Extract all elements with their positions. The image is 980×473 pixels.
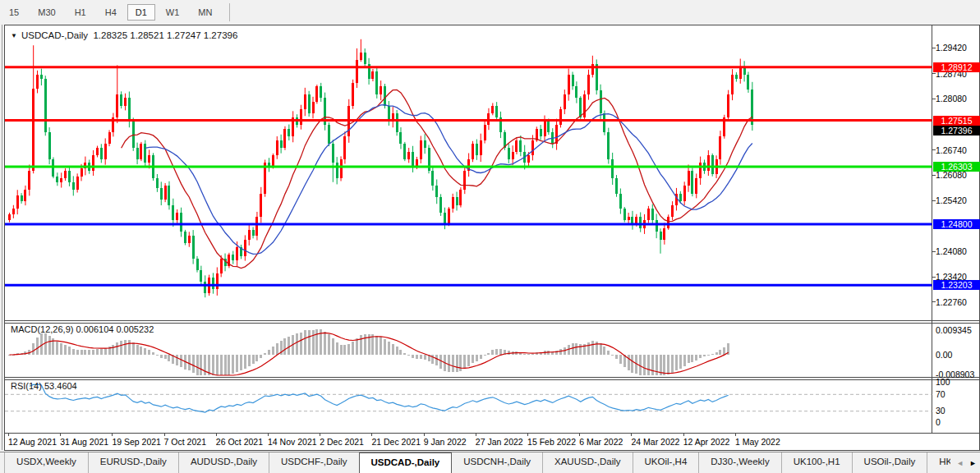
- rsi-axis-30: 30: [936, 406, 945, 416]
- price-tick-1.29420: 1.29420: [936, 43, 967, 53]
- price-tick-1.24080: 1.24080: [936, 246, 967, 256]
- tab-scroll-right-icon[interactable]: ►: [969, 459, 977, 467]
- chart-tab-dj30weekly[interactable]: DJ30-,Weekly: [698, 452, 780, 473]
- date-label-31-Aug-2021: 31 Aug 2021: [60, 437, 108, 447]
- macd-axis-0.00: 0.00: [936, 350, 952, 360]
- date-label-21-Dec-2021: 21 Dec 2021: [371, 437, 421, 447]
- price-tick-1.26740: 1.26740: [936, 145, 967, 155]
- rsi-axis-70: 70: [936, 389, 945, 399]
- macd-axis-0.009345: 0.009345: [936, 325, 972, 335]
- tab-scroll-arrows: ◄ ►: [950, 452, 980, 473]
- chart-tab-usdxweekly[interactable]: USDX,Weekly: [5, 452, 88, 473]
- price-level-badge-1.27515: 1.27515: [933, 116, 980, 126]
- date-label-1-May-2022: 1 May 2022: [735, 437, 780, 447]
- chart-tab-uk100h1[interactable]: UK100-,H1: [781, 452, 852, 473]
- date-label-14-Nov-2021: 14 Nov 2021: [268, 437, 317, 447]
- chart-tab-audusddaily[interactable]: AUDUSD-,Daily: [178, 452, 269, 473]
- date-label-2-Dec-2021: 2 Dec 2021: [320, 437, 364, 447]
- macd-label: MACD(12,26,9) 0.006104 0.005232: [11, 324, 154, 334]
- chart-symbol-label: USDCAD-,Daily: [21, 30, 88, 40]
- date-label-27-Jan-2022: 27 Jan 2022: [476, 437, 523, 447]
- chart-canvas[interactable]: [0, 0, 980, 473]
- date-label-26-Oct-2021: 26 Oct 2021: [216, 437, 263, 447]
- macd-values: 0.006104 0.005232: [76, 324, 154, 334]
- date-label-24-Mar-2022: 24 Mar 2022: [631, 437, 679, 447]
- tab-scroll-left-icon[interactable]: ◄: [956, 459, 964, 467]
- price-level-badge-1.28912: 1.28912: [933, 62, 980, 72]
- rsi-label: RSI(14) 53.4604: [11, 381, 77, 391]
- rsi-value: 53.4604: [44, 381, 77, 391]
- chart-tab-ukoilh4[interactable]: UKOil-,H4: [633, 452, 699, 473]
- price-tick-1.22760: 1.22760: [936, 297, 967, 307]
- rsi-axis-0: 0: [936, 417, 941, 427]
- chart-tab-usdchfdaily[interactable]: USDCHF-,Daily: [269, 452, 359, 473]
- chart-tab-usdcaddaily[interactable]: USDCAD-,Daily: [359, 452, 453, 473]
- date-label-7-Oct-2021: 7 Oct 2021: [164, 437, 206, 447]
- price-level-badge-1.24800: 1.24800: [933, 219, 980, 229]
- date-label-9-Jan-2022: 9 Jan 2022: [424, 437, 467, 447]
- date-label-19-Sep-2021: 19 Sep 2021: [112, 437, 161, 447]
- price-level-badge-1.26303: 1.26303: [933, 162, 980, 172]
- date-label-6-Mar-2022: 6 Mar 2022: [579, 437, 623, 447]
- date-label-15-Feb-2022: 15 Feb 2022: [527, 437, 576, 447]
- chart-tab-eurusddaily[interactable]: EURUSD-,Daily: [88, 452, 178, 473]
- date-label-12-Aug-2021: 12 Aug 2021: [8, 437, 57, 447]
- chart-tab-bar: USDX,WeeklyEURUSD-,DailyAUDUSD-,DailyUSD…: [0, 452, 980, 473]
- chart-dropdown-icon[interactable]: ▼: [11, 32, 17, 39]
- chart-tab-xauusddaily[interactable]: XAUUSD-,Daily: [542, 452, 633, 473]
- macd-name: MACD(12,26,9): [11, 324, 73, 334]
- chart-tab-usdcnhdaily[interactable]: USDCNH-,Daily: [452, 452, 542, 473]
- date-label-12-Apr-2022: 12 Apr 2022: [683, 437, 730, 447]
- rsi-axis-100: 100: [936, 377, 950, 387]
- current-price-badge: 1.27396: [933, 126, 980, 135]
- chart-title: ▼USDCAD-,Daily 1.28325 1.28521 1.27247 1…: [11, 30, 237, 40]
- chart-tab-usoildaily[interactable]: USOil-,Daily: [852, 452, 927, 473]
- rsi-name: RSI(14): [11, 381, 42, 391]
- price-level-badge-1.23203: 1.23203: [933, 280, 980, 290]
- chart-ohlc-values: 1.28325 1.28521 1.27247 1.27396: [93, 30, 237, 40]
- price-tick-1.25420: 1.25420: [936, 195, 967, 205]
- price-tick-1.28080: 1.28080: [936, 94, 967, 103]
- price-tick-1.26080: 1.26080: [936, 170, 967, 180]
